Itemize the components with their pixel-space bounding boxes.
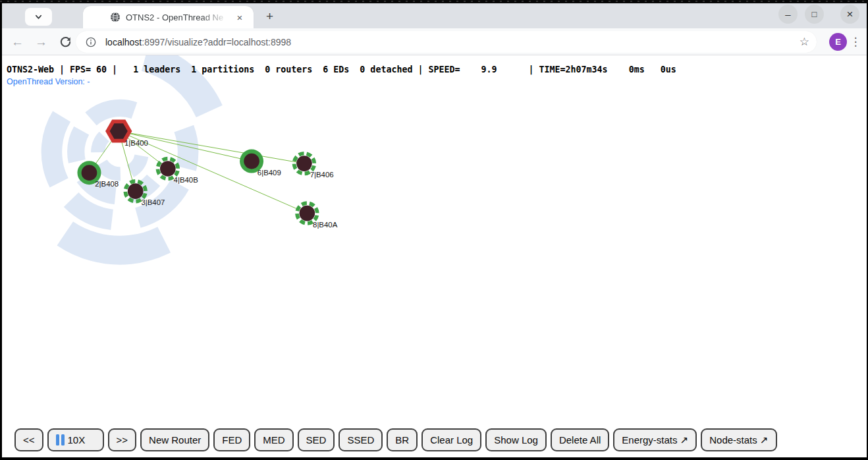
url-text: localhost:8997/visualize?addr=localhost:…: [105, 37, 291, 47]
reload-icon: [59, 36, 72, 48]
browser-window: OTNS2 - OpenThread Ne × + – □ × ← →: [0, 0, 868, 460]
reload-button[interactable]: [57, 34, 74, 50]
window-close-button[interactable]: ×: [840, 5, 859, 24]
watermark-ring-0: [2, 55, 240, 272]
simulation-status-bar: OTNS2-Web | FPS= 60 | 1 leaders 1 partit…: [7, 65, 676, 74]
button-label: Energy-stats ↗: [622, 434, 688, 446]
browser-toolbar: ← → localhost:8997/visualize?addr=localh…: [2, 28, 867, 55]
button-label: >>: [117, 434, 128, 446]
graph-node-8[interactable]: 8|B40A: [295, 201, 338, 228]
tab-search-button[interactable]: [25, 8, 52, 26]
profile-avatar[interactable]: E: [829, 33, 847, 51]
clear-log-button[interactable]: Clear Log: [421, 428, 481, 451]
show-log-button[interactable]: Show Log: [485, 428, 547, 451]
ssed-button[interactable]: SSED: [339, 428, 383, 451]
url-host: localhost: [105, 37, 142, 47]
sed-button[interactable]: SED: [298, 428, 335, 451]
node-label: 2|B408: [95, 180, 119, 188]
tab-bar: OTNS2 - OpenThread Ne × + – □ ×: [2, 3, 867, 28]
tab-close-icon[interactable]: ×: [234, 11, 246, 23]
node-core: [82, 165, 97, 181]
node-label: 7|B406: [310, 171, 334, 179]
node-label: 3|B407: [141, 198, 165, 206]
node-label: 4|B40B: [174, 176, 198, 184]
button-label: <<: [23, 434, 35, 446]
forward-button[interactable]: →: [33, 34, 49, 50]
new-tab-button[interactable]: +: [261, 7, 279, 25]
speed-up-button[interactable]: >>: [108, 428, 137, 451]
button-label: Show Log: [494, 434, 538, 446]
tab-title: OTNS2 - OpenThread Ne: [126, 13, 230, 22]
node-core: [244, 154, 259, 169]
info-icon[interactable]: [85, 36, 97, 48]
button-label: SED: [306, 434, 327, 446]
button-label: Node-stats ↗: [709, 434, 768, 446]
browser-menu-icon[interactable]: ⋮: [848, 34, 863, 50]
address-bar[interactable]: localhost:8997/visualize?addr=localhost:…: [76, 31, 817, 53]
node-stats-button[interactable]: Node-stats ↗: [701, 428, 776, 451]
med-button[interactable]: MED: [254, 428, 293, 451]
button-label: 10X: [68, 434, 86, 446]
speed-down-button[interactable]: <<: [14, 428, 43, 451]
energy-stats-button[interactable]: Energy-stats ↗: [613, 428, 697, 451]
otns-canvas: 1|B4002|B4083|B4074|B40B6|B4097|B4068|B4…: [2, 55, 867, 457]
graph-node-7[interactable]: 7|B406: [292, 152, 334, 179]
action-bar: <<10X>>New RouterFEDMEDSEDSSEDBRClear Lo…: [14, 428, 777, 451]
node-core: [296, 156, 312, 171]
pause-icon: [56, 434, 65, 446]
button-label: Clear Log: [430, 434, 473, 446]
button-label: FED: [222, 434, 242, 446]
button-label: MED: [263, 434, 285, 446]
button-label: SSED: [347, 434, 374, 446]
node-label: 8|B40A: [313, 221, 338, 229]
graph-node-1[interactable]: 1|B400: [105, 119, 148, 146]
delete-all-button[interactable]: Delete All: [551, 428, 609, 451]
button-label: BR: [395, 434, 409, 446]
bookmark-star-icon[interactable]: ☆: [800, 35, 809, 49]
chevron-down-icon: [34, 13, 43, 21]
node-core: [128, 183, 144, 199]
back-button[interactable]: ←: [9, 34, 26, 50]
window-maximize-button[interactable]: □: [805, 5, 824, 24]
url-path: :8997/visualize?addr=localhost:8998: [142, 37, 291, 47]
node-core: [299, 206, 315, 221]
br-button[interactable]: BR: [387, 428, 418, 451]
node-label: 6|B409: [258, 169, 281, 177]
speed-button[interactable]: 10X: [47, 428, 104, 451]
network-graph: 1|B4002|B4083|B4074|B40B6|B4097|B4068|B4…: [2, 55, 867, 457]
openthread-version-text: OpenThread Version: -: [7, 77, 90, 86]
graph-node-6[interactable]: 6|B409: [240, 150, 281, 177]
tab-otns2[interactable]: OTNS2 - OpenThread Ne ×: [83, 6, 254, 28]
globe-icon: [110, 12, 121, 22]
button-label: New Router: [149, 434, 201, 446]
new-router-button[interactable]: New Router: [140, 428, 209, 451]
node-core: [160, 161, 176, 177]
fed-button[interactable]: FED: [213, 428, 250, 451]
window-minimize-button[interactable]: –: [778, 5, 798, 24]
node-label: 1|B400: [124, 139, 148, 147]
button-label: Delete All: [559, 434, 601, 446]
browser-chrome: OTNS2 - OpenThread Ne × + – □ × ← →: [2, 3, 867, 457]
